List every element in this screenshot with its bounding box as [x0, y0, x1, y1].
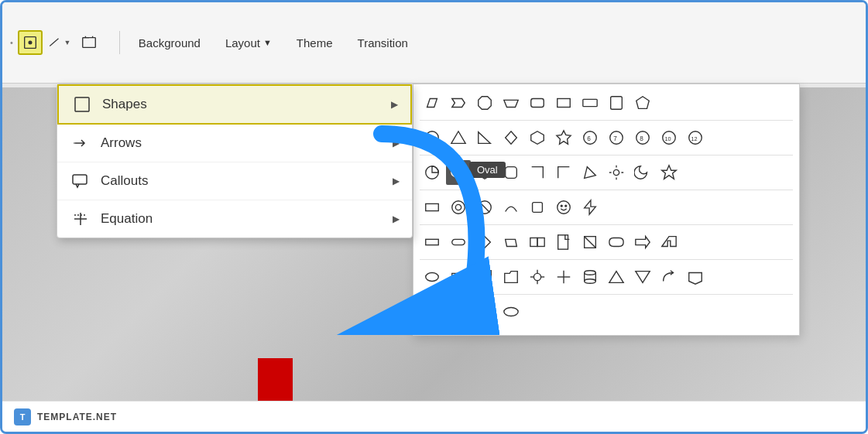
shape-rect3[interactable]: [420, 230, 444, 255]
shape-crescent[interactable]: [630, 160, 655, 185]
shape-arc[interactable]: [499, 195, 523, 220]
callouts-submenu-arrow: ▶: [393, 176, 400, 186]
shape-two-rect[interactable]: [525, 230, 550, 255]
shape-right-arrow[interactable]: [630, 230, 655, 255]
shape-doc-fold[interactable]: [551, 230, 576, 255]
shape-circle[interactable]: [420, 125, 444, 150]
shape-angled-arrow[interactable]: [657, 230, 681, 255]
shape-lightning[interactable]: [578, 195, 602, 220]
shape-stadium[interactable]: [604, 230, 629, 255]
shape-notched[interactable]: [446, 265, 471, 289]
shape-triangle[interactable]: [446, 125, 471, 150]
svg-line-47: [480, 203, 490, 213]
layout-button[interactable]: Layout ▼: [213, 32, 284, 54]
shape-cylinder2[interactable]: [446, 299, 471, 324]
background-button[interactable]: Background: [126, 32, 213, 54]
svg-marker-24: [506, 132, 517, 145]
shape-curved-arrow[interactable]: [657, 265, 681, 289]
shape-no-symbol[interactable]: [472, 195, 497, 220]
shape-right-triangle[interactable]: [472, 125, 497, 150]
menu-item-arrows[interactable]: Arrows ▶: [57, 125, 412, 162]
shape-cylinder[interactable]: [578, 265, 602, 289]
shape-num6[interactable]: 6: [578, 125, 602, 150]
shape-pentagon2[interactable]: [683, 265, 708, 289]
shape-diamond3[interactable]: [472, 230, 497, 255]
shape-plus[interactable]: [551, 265, 576, 289]
shape-smiley[interactable]: [551, 195, 576, 220]
svg-point-86: [504, 308, 518, 316]
shape-speech[interactable]: [420, 299, 444, 324]
shape-pencil[interactable]: [578, 160, 602, 185]
shape-oval3[interactable]: [472, 299, 497, 324]
svg-marker-54: [479, 237, 491, 248]
shape-parallelogram2[interactable]: [499, 230, 523, 255]
shape-partial-rect2[interactable]: [551, 160, 576, 185]
shape-octagon[interactable]: [472, 91, 497, 115]
shape-crosshair[interactable]: [525, 265, 550, 289]
shape-rect-wide[interactable]: [578, 91, 602, 115]
shape-pie[interactable]: [420, 160, 444, 185]
arrows-label: Arrows: [101, 135, 393, 151]
shape-rect-tall[interactable]: [604, 91, 629, 115]
shape-frame[interactable]: [472, 265, 497, 289]
shape-star[interactable]: [657, 160, 681, 185]
svg-marker-55: [506, 239, 517, 246]
shape-rect-rounded[interactable]: [525, 91, 550, 115]
shape-blocked[interactable]: [578, 230, 602, 255]
select-tool-icon[interactable]: [18, 30, 43, 55]
shape-num7[interactable]: 7: [604, 125, 629, 150]
svg-rect-52: [426, 239, 439, 244]
shape-oval4[interactable]: [499, 299, 523, 324]
shape-num10[interactable]: 10: [657, 125, 681, 150]
insert-image-icon[interactable]: [77, 30, 101, 55]
shape-num8[interactable]: 8: [630, 125, 655, 150]
svg-point-45: [455, 204, 461, 210]
shape-hexagon[interactable]: [525, 125, 550, 150]
svg-point-41: [613, 169, 619, 175]
shapes-submenu-arrow: ▶: [391, 99, 398, 110]
shape-donut[interactable]: [446, 195, 471, 220]
svg-text:12: 12: [691, 135, 698, 142]
toolbar-divider: [119, 31, 120, 54]
shape-parallelogram[interactable]: [420, 91, 444, 115]
shapes-row-5: [420, 230, 793, 260]
svg-rect-7: [75, 97, 89, 111]
line-tool-icon[interactable]: ▼: [47, 30, 72, 55]
svg-point-1: [29, 41, 32, 44]
svg-marker-80: [689, 273, 702, 285]
shape-chevron[interactable]: [446, 91, 471, 115]
shape-down-triangle[interactable]: [630, 265, 655, 289]
shape-partial-rect[interactable]: [525, 160, 550, 185]
bullet-point: •: [10, 38, 13, 47]
shape-rect2[interactable]: [420, 195, 444, 220]
transition-button[interactable]: Transition: [345, 32, 420, 54]
shape-star6[interactable]: [551, 125, 576, 150]
shape-num12[interactable]: 12: [683, 125, 708, 150]
svg-text:8: 8: [640, 135, 643, 142]
menu-item-callouts[interactable]: Callouts ▶: [57, 162, 412, 200]
shape-folder[interactable]: [499, 265, 523, 289]
menu-item-equation[interactable]: Equation ▶: [57, 200, 412, 238]
svg-marker-64: [452, 273, 465, 280]
menu-item-shapes[interactable]: Shapes ▶: [57, 84, 412, 125]
oval-tooltip: Oval: [469, 162, 506, 178]
shape-oval2[interactable]: [420, 265, 444, 289]
theme-button[interactable]: Theme: [284, 32, 345, 54]
svg-point-85: [479, 305, 491, 319]
shape-rect-r[interactable]: [446, 230, 471, 255]
shape-oval[interactable]: Oval: [446, 160, 471, 185]
svg-marker-78: [609, 272, 623, 283]
shape-square2[interactable]: [525, 195, 550, 220]
shape-pentagon[interactable]: [630, 91, 655, 115]
svg-point-81: [453, 306, 465, 310]
arrows-menu-icon: [70, 132, 91, 154]
svg-marker-20: [636, 97, 650, 109]
shape-rect-plain[interactable]: [551, 91, 576, 115]
shape-up-triangle[interactable]: [604, 265, 629, 289]
svg-rect-8: [73, 175, 87, 184]
svg-rect-3: [83, 38, 96, 48]
svg-marker-42: [662, 166, 676, 179]
shape-diamond2[interactable]: [499, 125, 523, 150]
shape-gear[interactable]: [604, 160, 629, 185]
shape-trapezoid[interactable]: [499, 91, 523, 115]
